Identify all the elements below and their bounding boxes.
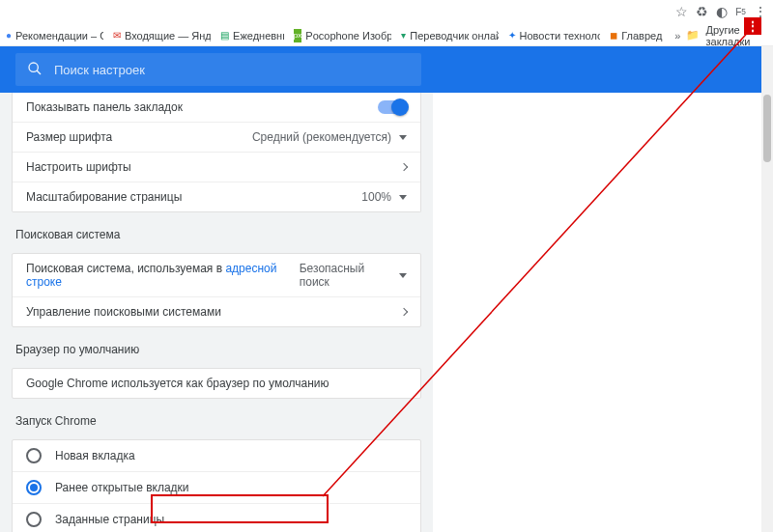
bookmark-item[interactable]: ● Рекомендации – G... <box>6 29 103 42</box>
section-title-search-engine: Поисковая система <box>12 212 421 243</box>
favicon-icon: ▾ <box>401 29 406 42</box>
bookmark-item[interactable]: ✦ Новости технолог... <box>508 29 601 42</box>
font-size-value: Средний (рекомендуется) <box>252 130 391 144</box>
bookmark-item[interactable]: ▤ Ежедневник <box>220 29 284 42</box>
scrollbar-thumb[interactable] <box>763 95 771 162</box>
bookmark-label: Рекомендации – G... <box>15 30 103 42</box>
menu-icon[interactable]: ⋮ <box>754 4 767 19</box>
bookmark-label: Переводчик онлай... <box>410 30 498 42</box>
row-label: Размер шрифта <box>26 130 112 144</box>
section-title-default-browser: Браузер по умолчанию <box>12 327 421 358</box>
folder-icon: 📁 <box>686 29 700 42</box>
caret-down-icon <box>399 135 407 140</box>
circle-icon[interactable]: ◐ <box>716 4 728 19</box>
bookmark-label: Pocophone Изобра... <box>305 30 391 42</box>
radio-label: Ранее открытые вкладки <box>55 481 189 494</box>
customize-fonts-row[interactable]: Настроить шрифты <box>13 152 420 182</box>
manage-search-engines-row[interactable]: Управление поисковыми системами <box>13 296 420 326</box>
page-zoom-row[interactable]: Масштабирование страницы 100% <box>13 182 420 211</box>
search-engine-panel: Поисковая система, используемая в адресн… <box>12 253 421 327</box>
settings-search-box[interactable] <box>15 53 421 86</box>
caret-down-icon <box>399 273 407 278</box>
startup-option-specific[interactable]: Заданные страницы <box>13 503 420 532</box>
bookmarks-bar-toggle[interactable] <box>378 100 407 114</box>
startup-panel: Новая вкладка Ранее открытые вкладки Зад… <box>12 439 421 532</box>
bookmark-label: Входящие — Янде... <box>125 30 211 42</box>
appearance-panel: Показывать панель закладок Размер шрифта… <box>12 93 421 212</box>
favicon-icon: ◼ <box>610 29 617 42</box>
chevron-right-icon <box>400 163 408 171</box>
row-label: Поисковая система, используемая в адресн… <box>26 262 300 289</box>
settings-search-bar <box>0 46 773 93</box>
default-browser-row: Google Chrome используется как браузер п… <box>13 369 420 398</box>
row-label: Google Chrome используется как браузер п… <box>26 377 329 390</box>
bookmarks-bar: ● Рекомендации – G... ✉ Входящие — Янде.… <box>0 25 773 46</box>
row-label: Настроить шрифты <box>26 160 131 174</box>
extensions-strip: ☆ ♻ ◐ F5 ⋮ <box>675 2 767 21</box>
section-title-startup: Запуск Chrome <box>12 399 421 430</box>
chevron-right-icon <box>400 308 408 316</box>
star-icon[interactable]: ☆ <box>675 4 688 19</box>
bookmark-label: Ежедневник <box>233 30 284 42</box>
radio-icon[interactable] <box>26 448 42 463</box>
bookmarks-bar-row: Показывать панель закладок <box>13 93 420 122</box>
favicon-icon: ● <box>6 29 12 42</box>
bookmark-item[interactable]: ◼ Главред β <box>610 29 665 42</box>
radio-icon[interactable] <box>26 480 42 495</box>
right-pane <box>433 93 761 532</box>
bookmark-label: Новости технолог... <box>520 30 601 42</box>
radio-label: Новая вкладка <box>55 449 135 462</box>
startup-option-continue[interactable]: Ранее открытые вкладки <box>13 471 420 503</box>
settings-content: Показывать панель закладок Размер шрифта… <box>0 93 433 532</box>
search-icon <box>27 61 43 79</box>
favicon-icon: ▤ <box>220 29 229 42</box>
overflow-icon[interactable]: » <box>674 30 680 42</box>
search-input[interactable] <box>54 63 410 77</box>
favicon-icon: ✉ <box>113 29 121 42</box>
page-zoom-value: 100% <box>361 190 391 204</box>
row-label: Показывать панель закладок <box>26 100 183 114</box>
search-engine-row[interactable]: Поисковая система, используемая в адресн… <box>13 254 420 296</box>
favicon-icon: ✦ <box>508 29 516 42</box>
search-engine-value: Безопасный поиск <box>300 262 391 289</box>
other-bookmarks-label[interactable]: Другие закладки <box>705 24 767 47</box>
bookmark-item[interactable]: ▾ Переводчик онлай... <box>401 29 498 42</box>
svg-point-0 <box>29 63 38 71</box>
scrollbar[interactable] <box>761 46 773 532</box>
bookmark-item[interactable]: ✉ Входящие — Янде... <box>113 29 211 42</box>
row-label: Масштабирование страницы <box>26 190 182 204</box>
bookmark-item[interactable]: px Pocophone Изобра... <box>294 29 391 42</box>
font-size-row[interactable]: Размер шрифта Средний (рекомендуется) <box>13 122 420 152</box>
caret-down-icon <box>399 195 407 200</box>
svg-line-1 <box>37 70 41 74</box>
bookmark-label: Главред β <box>621 30 665 42</box>
radio-icon[interactable] <box>26 512 42 527</box>
default-browser-panel: Google Chrome используется как браузер п… <box>12 368 421 399</box>
recycle-icon[interactable]: ♻ <box>696 4 708 19</box>
favicon-icon: px <box>294 29 301 42</box>
startup-option-newtab[interactable]: Новая вкладка <box>13 440 420 471</box>
lang-icon[interactable]: F5 <box>735 7 746 17</box>
radio-label: Заданные страницы <box>55 513 164 526</box>
row-label: Управление поисковыми системами <box>26 305 221 319</box>
